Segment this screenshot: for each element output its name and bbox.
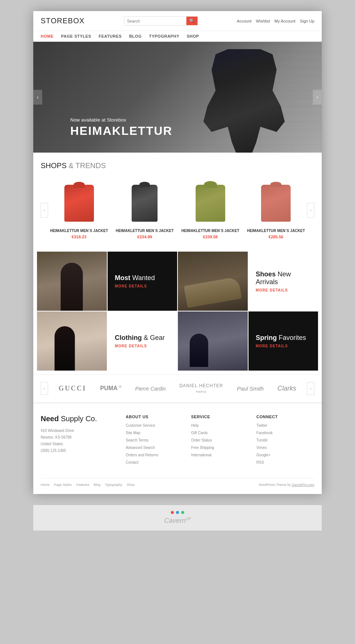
search-bar[interactable]: 🔍	[124, 16, 198, 25]
hero-next-button[interactable]: ›	[313, 90, 322, 105]
footer-connect: CONNECT Twitter Facebook Tumblr Vimeo Go…	[256, 415, 314, 467]
brand-clarks[interactable]: Clarks	[277, 385, 296, 392]
nav-typography[interactable]: TYPOGRAPHY	[149, 34, 179, 38]
products-next-button[interactable]: ›	[307, 203, 314, 218]
brands-next-button[interactable]: ›	[307, 382, 314, 395]
product-price-1: €234.99	[116, 235, 174, 239]
product-price-0: €318.23	[50, 235, 108, 239]
most-wanted-image	[37, 252, 107, 311]
product-name-3: HEIMAKLETTUR MEN´S JACKET	[247, 228, 305, 233]
product-card-1[interactable]: HEIMAKLETTUR MEN´S JACKET €234.99	[114, 177, 176, 243]
brands-list: GUCCI PUMA ® Pierre Cardin DANIEL HECHTE…	[52, 383, 303, 394]
main-nav: HOME PAGE STYLES FEATURES BLOG TYPOGRAPH…	[33, 31, 322, 42]
logo-sub: BOX	[68, 17, 85, 25]
footer-advanced-search[interactable]: Advanced Search	[126, 445, 184, 451]
footer-nav-features[interactable]: Features	[76, 483, 89, 487]
most-wanted-title: Most Wanted	[115, 274, 170, 282]
hero-banner: Now available at Storebox HEIMAKLETTUR ‹…	[33, 42, 322, 153]
clothing-more-details[interactable]: MORE DETAILS	[115, 344, 170, 348]
product-name-0: HEIMAKLETTUR MEN´S JACKET	[50, 228, 108, 233]
footer-brand-name: Need Supply Co.	[41, 415, 115, 423]
search-button[interactable]: 🔍	[186, 17, 197, 25]
jacket-olive-icon	[196, 185, 225, 222]
footer-tumblr[interactable]: Tumblr	[256, 437, 314, 443]
brand-daniel-hechter: DANIEL HECHTER PARIS	[179, 383, 223, 394]
products-grid: HEIMAKLETTUR MEN´S JACKET €318.23 HEIMAK…	[48, 177, 307, 243]
signup-link[interactable]: Sign Up	[300, 19, 314, 23]
product-card-3[interactable]: HEIMAKLETTUR MEN´S JACKET €285.56	[245, 177, 307, 243]
footer-service-heading: SERVICE	[191, 415, 249, 419]
most-wanted-more-details[interactable]: MORE DETAILS	[115, 284, 170, 288]
shoes-more-details[interactable]: MORE DETAILS	[256, 288, 311, 292]
footer-service: SERVICE Help Gift Cards Order Status Fre…	[191, 415, 249, 467]
footer-twitter[interactable]: Twitter	[256, 423, 314, 429]
nav-home[interactable]: HOME	[41, 34, 54, 38]
dot-green	[181, 511, 184, 514]
footer-credit: WordPress Theme by GavickPro.com	[259, 483, 314, 487]
nav-shop[interactable]: SHOP	[187, 34, 199, 38]
footer-nav-page-styles[interactable]: Page Styles	[54, 483, 72, 487]
most-wanted-card[interactable]: Most Wanted MORE DETAILS	[108, 252, 178, 311]
footer-order-status[interactable]: Order Status	[191, 437, 249, 443]
footer-nav-blog[interactable]: Blog	[94, 483, 101, 487]
shops-trends-section: SHOPS & TRENDS ‹ HEIMAKLETTUR MEN´S JACK…	[33, 153, 322, 252]
search-input[interactable]	[124, 17, 186, 25]
nav-blog[interactable]: BLOG	[129, 34, 142, 38]
clothing-card[interactable]: Clothing & Gear MORE DETAILS	[108, 311, 178, 371]
spring-title: Spring Favorites	[256, 334, 311, 342]
product-image-3	[247, 181, 305, 225]
footer-nav-home[interactable]: Home	[41, 483, 50, 487]
cavern-dots	[39, 511, 316, 514]
footer-rss[interactable]: RSS	[256, 460, 314, 466]
nav-page-styles[interactable]: PAGE STYLES	[61, 34, 91, 38]
footer-international[interactable]: International	[191, 452, 249, 458]
header-links: Account Wishlist My Account Sign Up	[237, 19, 314, 23]
footer-help[interactable]: Help	[191, 423, 249, 429]
category-grid: Most Wanted MORE DETAILS Shoes New Arriv…	[33, 252, 322, 374]
section-title: SHOPS & TRENDS	[41, 161, 314, 170]
footer-free-shipping[interactable]: Free Shipping	[191, 445, 249, 451]
product-image-2	[181, 181, 240, 225]
spring-image	[178, 311, 248, 371]
footer-search-terms[interactable]: Search Terms	[126, 437, 184, 443]
shoes-image	[178, 252, 248, 311]
brands-section: ‹ GUCCI PUMA ® Pierre Cardin DANIEL HECH…	[33, 374, 322, 403]
brands-prev-button[interactable]: ‹	[41, 382, 48, 395]
product-image-0	[50, 181, 108, 225]
footer-google-plus[interactable]: Google+	[256, 452, 314, 458]
shoes-card[interactable]: Shoes New Arrivals MORE DETAILS	[248, 252, 318, 311]
products-prev-button[interactable]: ‹	[41, 203, 48, 218]
footer-credit-link[interactable]: GavickPro.com	[292, 483, 314, 487]
footer-site-map[interactable]: Site Map	[126, 430, 184, 436]
footer-customer-service[interactable]: Customer Service	[126, 423, 184, 429]
footer-columns: ABOUT US Customer Service Site Map Searc…	[126, 415, 314, 467]
spring-card[interactable]: Spring Favorites MORE DETAILS	[248, 311, 318, 371]
footer-vimeo[interactable]: Vimeo	[256, 445, 314, 451]
product-card-2[interactable]: HEIMAKLETTUR MEN´S JACKET €239.58	[179, 177, 241, 243]
nav-features[interactable]: FEATURES	[99, 34, 122, 38]
footer-contact[interactable]: Contact	[126, 460, 184, 466]
hero-title: HEIMAKLETTUR	[70, 124, 172, 138]
my-account-link[interactable]: My Account	[274, 19, 295, 23]
site-logo[interactable]: STOREBOX	[41, 17, 85, 25]
brand-gucci[interactable]: GUCCI	[59, 385, 87, 392]
products-row: ‹ HEIMAKLETTUR MEN´S JACKET €318.23 HEIM…	[41, 177, 314, 243]
footer-orders-returns[interactable]: Orders and Returns	[126, 452, 184, 458]
cavern-logo: CavernUP	[39, 517, 316, 525]
footer-nav-shop[interactable]: Shop	[127, 483, 135, 487]
footer-facebook[interactable]: Facebook	[256, 430, 314, 436]
footer-gift-cards[interactable]: Gift Cards	[191, 430, 249, 436]
hero-prev-button[interactable]: ‹	[33, 90, 42, 105]
brand-pierre-cardin[interactable]: Pierre Cardin	[135, 386, 166, 392]
product-card-0[interactable]: HEIMAKLETTUR MEN´S JACKET €318.23	[48, 177, 110, 243]
product-image-1	[116, 181, 174, 225]
spring-more-details[interactable]: MORE DETAILS	[256, 344, 311, 348]
wishlist-link[interactable]: Wishlist	[256, 19, 270, 23]
account-link[interactable]: Account	[237, 19, 251, 23]
footer-about-heading: ABOUT US	[126, 415, 184, 419]
clothing-title: Clothing & Gear	[115, 334, 170, 342]
footer-nav-typography[interactable]: Typography	[105, 483, 122, 487]
brand-puma: PUMA ®	[100, 385, 122, 392]
footer-bottom-nav: Home Page Styles Features Blog Typograph…	[41, 483, 135, 487]
brand-paul-smith[interactable]: Paul Smith	[237, 385, 264, 392]
